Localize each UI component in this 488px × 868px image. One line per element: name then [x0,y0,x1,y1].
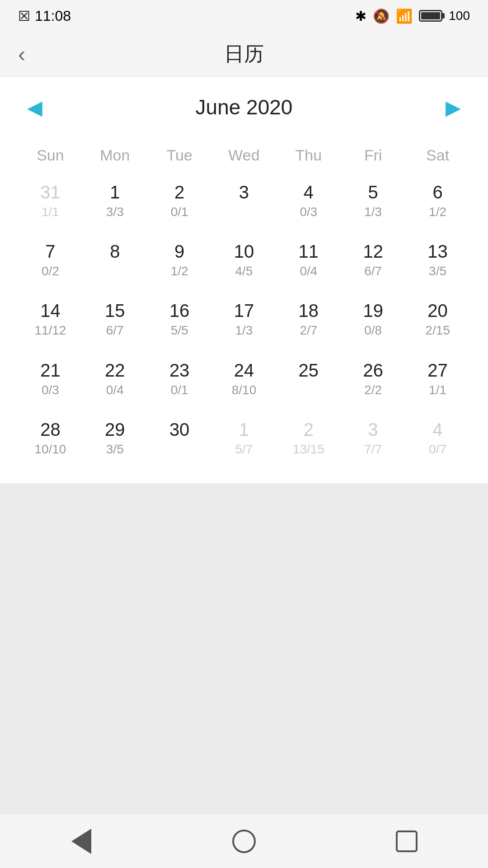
calendar-day[interactable]: 190/8 [341,292,405,351]
calendar-day[interactable]: 2810/10 [18,410,83,470]
day-count: 0/1 [147,381,212,399]
calendar-day[interactable]: 8 [83,232,147,292]
calendar-day[interactable]: 171/3 [212,292,277,351]
day-count: 6/7 [83,321,147,339]
calendar-day[interactable]: 311/1 [18,173,83,232]
day-number: 4 [405,419,470,440]
day-number: 1 [212,419,277,440]
calendar-grid: 311/113/320/1340/351/361/270/2891/2104/5… [18,173,470,470]
day-number: 7 [18,241,83,262]
day-count: 2/7 [276,321,341,339]
day-count: 0/7 [405,440,470,458]
day-number: 9 [147,241,212,262]
day-count: 10/10 [18,440,83,458]
day-count: 0/4 [83,381,147,399]
status-icons: ✱ 🔕 📶 100 [355,8,470,24]
day-number: 8 [83,241,147,262]
day-header-tue: Tue [147,142,212,169]
day-header-wed: Wed [212,142,277,169]
calendar-day[interactable]: 1411/12 [18,292,83,351]
day-count: 3/3 [83,203,147,221]
day-number: 3 [212,181,277,203]
calendar-day[interactable]: 210/3 [18,351,83,410]
calendar-day[interactable]: 262/2 [341,351,405,410]
day-number: 18 [276,300,341,321]
day-headers: Sun Mon Tue Wed Thu Fri Sat [18,142,470,169]
calendar-day[interactable]: 51/3 [341,173,405,232]
day-number: 2 [276,419,341,440]
calendar-day[interactable]: 165/5 [147,292,212,351]
prev-month-button[interactable]: ◀ [18,96,52,119]
back-button[interactable]: ‹ [18,42,25,66]
calendar-day[interactable]: 213/15 [276,410,341,470]
calendar-day[interactable]: 70/2 [18,232,83,292]
day-number: 5 [341,181,405,203]
next-month-button[interactable]: ▶ [436,96,470,119]
day-number: 10 [212,241,277,262]
calendar-day[interactable]: 104/5 [212,232,277,292]
day-count: 8/10 [212,381,277,399]
calendar-day[interactable]: 3 [212,173,277,232]
page-title: 日历 [224,41,264,67]
day-number: 15 [83,300,147,321]
day-count: 0/8 [341,321,405,339]
calendar-day[interactable]: 40/7 [405,410,470,470]
calendar-day[interactable]: 220/4 [83,351,147,410]
calendar-day[interactable]: 156/7 [83,292,147,351]
status-time-area: ☒ 11:08 [18,8,71,24]
calendar-day[interactable]: 126/7 [341,232,405,292]
day-header-mon: Mon [83,142,147,169]
calendar-day[interactable]: 271/1 [405,351,470,410]
day-count: 0/4 [276,262,341,280]
day-number: 26 [341,359,405,381]
month-title: June 2020 [196,95,293,119]
recent-nav-button[interactable] [389,823,425,859]
day-number: 13 [405,241,470,262]
home-nav-button[interactable] [226,823,262,859]
day-count: 5/5 [147,321,212,339]
calendar-day[interactable]: 25 [276,351,341,410]
day-count: 1/1 [18,203,83,221]
day-count: 7/7 [341,440,405,458]
day-number: 24 [212,359,277,381]
calendar-day[interactable]: 202/15 [405,292,470,351]
calendar-day[interactable]: 13/3 [83,173,147,232]
day-header-fri: Fri [341,142,405,169]
calendar-day[interactable]: 91/2 [147,232,212,292]
day-count: 11/12 [18,321,83,339]
day-number: 4 [276,181,341,203]
nav-bar [0,814,488,868]
day-count: 13/15 [276,440,341,458]
calendar-day[interactable]: 20/1 [147,173,212,232]
calendar-day[interactable]: 110/4 [276,232,341,292]
bluetooth-icon: ✱ [355,8,366,24]
day-number: 17 [212,300,277,321]
day-count: 1/2 [405,203,470,221]
calendar-day[interactable]: 293/5 [83,410,147,470]
day-number: 22 [83,359,147,381]
status-bar: ☒ 11:08 ✱ 🔕 📶 100 [0,0,488,32]
calendar-day[interactable]: 182/7 [276,292,341,351]
calendar-day[interactable]: 37/7 [341,410,405,470]
month-navigation: ◀ June 2020 ▶ [18,90,470,124]
battery-level: 100 [449,9,470,23]
day-number: 19 [341,300,405,321]
calendar-day[interactable]: 61/2 [405,173,470,232]
calendar-day[interactable]: 133/5 [405,232,470,292]
calendar-day[interactable]: 15/7 [212,410,277,470]
status-time: 11:08 [35,8,71,24]
wifi-icon: 📶 [396,8,413,24]
day-number: 28 [18,419,83,440]
calendar-day[interactable]: 40/3 [276,173,341,232]
sim-icon: ☒ [18,8,30,24]
notification-icon: 🔕 [373,8,389,24]
calendar-day[interactable]: 230/1 [147,351,212,410]
calendar-day[interactable]: 248/10 [212,351,277,410]
header: ‹ 日历 [0,32,488,77]
back-nav-button[interactable] [63,823,99,859]
day-count: 0/3 [18,381,83,399]
calendar-day[interactable]: 30 [147,410,212,470]
calendar: ◀ June 2020 ▶ Sun Mon Tue Wed Thu Fri Sa… [0,77,488,483]
day-number: 3 [341,419,405,440]
day-count: 1/3 [212,321,277,339]
